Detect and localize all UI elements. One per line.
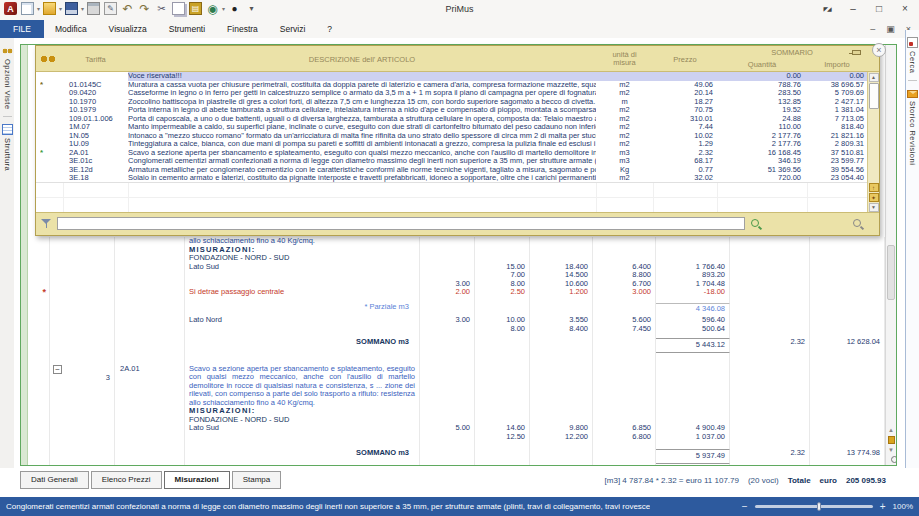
price-list-row[interactable]: 1N.05Intonaco a "mezzo stucco romano" fo… [36,132,867,141]
sidebar-tab-opzioni-viste[interactable]: Opzioni Viste [0,45,14,110]
prev-item-icon[interactable]: ↑ [869,183,879,192]
advanced-search-icon[interactable] [853,219,861,227]
unita-cell: m2 [596,89,653,98]
child-restore-icon[interactable]: ▣ [886,24,895,34]
unita-cell: m2 [596,81,653,90]
scrollbar-thumb[interactable] [887,245,895,300]
item-code-cell: 2A.01 [115,365,185,408]
menu-item-modifica[interactable]: Modifica [44,20,98,38]
menu-item-servizi[interactable]: Servizi [269,20,317,38]
column-header-descrizione[interactable]: DESCRIZIONE dell' ARTICOLO [128,46,596,71]
fullscreen-icon[interactable]: ◤◢ [819,2,835,16]
prezzo-cell [730,254,810,263]
nav-item-icon[interactable]: ✦ [869,193,879,202]
sommano-row: SOMMANO m35 443.122.3212 628.04 [28,338,885,353]
lung-cell: 2.50 [475,288,530,297]
price-list-row[interactable]: Voce riservata!!!0.000.00 [36,72,867,81]
price-list-row[interactable]: 09.0420Casseforme in legno o in ferro pe… [36,89,867,98]
popup-scroll-up-icon[interactable]: ▲ [869,73,879,82]
close-icon[interactable]: × [897,2,913,16]
side-tab-cerca[interactable]: Cerca [906,37,919,74]
menu-item-strumenti[interactable]: Strumenti [158,20,216,38]
sidebar-tab-struttura[interactable]: Struttura [0,124,14,171]
column-header-tariffa[interactable]: Tariffa [63,46,128,71]
tab-elenco-prezzi[interactable]: Elenco Prezzi [91,471,162,489]
filter-input[interactable] [57,217,745,230]
item-code-cell [115,407,185,416]
meas-row[interactable]: 12.5012.2006.8001 037.00 [28,433,885,442]
price-list-row[interactable]: 1M.07Manto impermeabile a caldo, su supe… [36,123,867,132]
price-list-row[interactable]: 3E.01cConglomerati cementizi armati conf… [36,157,867,166]
importo-cell: 12 628.04 [810,338,885,353]
lung-cell [475,365,530,408]
price-list-row[interactable]: 10.1979Porta interna in legno di abete t… [36,106,867,115]
item-number-cell: −3 [50,365,115,408]
meas-row[interactable]: Lato Nord3.0010.003.5505.600596.40 [28,316,885,325]
meas-row[interactable]: Lato Sud5.0014.609.8006.8504 900.49 [28,424,885,433]
column-header-unita[interactable]: unità di misura [596,46,653,71]
item-number-cell [50,280,115,289]
larg-cell [530,449,593,464]
document-scrollbar[interactable]: ▲ ▼ [885,45,896,465]
meas-row[interactable]: 8.008.4007.450500.64 [28,325,885,334]
zoom-out-icon[interactable]: − [742,502,748,512]
zoom-search-icon[interactable] [891,456,898,463]
price-list-row[interactable]: 1U.09Tinteggiatura a calce, bianca, con … [36,140,867,149]
tariffa-cell: 10.1970 [63,98,128,107]
parug-cell [420,263,475,272]
zoom-slider-thumb[interactable] [817,502,821,511]
row-marker-cell [28,271,50,280]
bookmark-icon[interactable] [888,436,895,444]
menu-item-visualizza[interactable]: Visualizza [98,20,158,38]
column-header-prezzo[interactable]: Prezzo [653,46,717,71]
prezzo-cell [653,72,717,81]
popup-scrollbar[interactable]: ▲ ↑ ✦ ▼ [867,72,879,212]
zoom-in-icon[interactable]: + [880,502,886,512]
prezzo-cell: 10.02 [653,132,717,141]
side-tab-storico-revisioni[interactable]: Storico Revisioni [906,88,919,165]
popup-scroll-down-icon[interactable]: ▼ [869,203,879,212]
quantita-cell [656,407,730,416]
price-list-row[interactable]: 10.1970Zoccolino battiscopa in piastrell… [36,98,867,107]
minimize-icon[interactable]: – [845,2,861,16]
meas-row[interactable]: *Si detrae passaggio centrale2.002.501.2… [28,288,885,297]
popup-scrollbar-thumb[interactable] [869,83,879,109]
tariffa-cell: 109.01.1.006 [63,115,128,124]
scroll-up-icon[interactable]: ▲ [888,427,894,433]
column-header-quantita[interactable]: Quantità [717,60,807,69]
item-code-cell [115,271,185,280]
scroll-down-icon[interactable]: ▼ [888,447,894,453]
larg-cell [530,365,593,408]
zoom-slider[interactable] [755,505,873,508]
price-list-row[interactable]: *01.0145CMuratura a cassa vuota per chiu… [36,81,867,90]
price-list-row[interactable]: *2A.01Scavo a sezione aperta per sbancam… [36,149,867,158]
search-button[interactable] [751,219,759,227]
desc-row[interactable]: −32A.01Scavo a sezione aperta per sbanca… [28,365,885,408]
description-cell: Scavo a sezione aperta per sbancamento e… [185,365,420,408]
item-number-cell [50,407,115,416]
column-header-importo[interactable]: Importo [807,60,867,69]
meas-row[interactable]: Lato Sud15.0018.4006.4001 766.40 [28,263,885,272]
menu-item-[interactable]: ? [316,20,343,38]
popup-pin-icon[interactable] [852,50,861,55]
price-list-row[interactable]: 109.01.1.006Porta di caposcala, a uno o … [36,115,867,124]
child-minimize-icon[interactable]: ‒ [870,24,875,34]
description-cell: SOMMANO m3 [185,338,420,353]
importo-cell [810,316,885,325]
menu-item-file[interactable]: FILE [0,20,44,38]
importo-cell: 13 774.98 [810,449,885,464]
price-list-row[interactable]: 3E.18Solaio in cemento armato e laterizi… [36,174,867,183]
item-number-cell [50,424,115,433]
collapse-icon[interactable]: − [53,365,62,374]
tab-stampa[interactable]: Stampa [232,471,282,489]
popup-close-icon[interactable]: × [872,43,886,57]
bottom-tabs: Dati GeneraliElenco PrezziMisurazioniSta… [20,471,281,489]
maximize-icon[interactable]: □ [871,2,887,16]
tab-dati-generali[interactable]: Dati Generali [20,471,89,489]
tab-misurazioni[interactable]: Misurazioni [164,471,230,489]
price-list-row[interactable]: 3E.12dArmatura metalliche per conglomera… [36,166,867,175]
side-tab-label: Storico Revisioni [908,101,917,165]
larg-cell: 1.200 [530,288,593,297]
menu-item-finestra[interactable]: Finestra [216,20,269,38]
tab-separator [908,80,917,81]
